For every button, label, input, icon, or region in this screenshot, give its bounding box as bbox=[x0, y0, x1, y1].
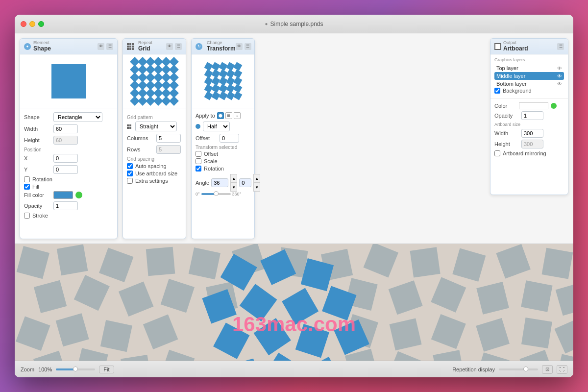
transform-cell bbox=[219, 92, 227, 100]
angle-slider[interactable] bbox=[201, 193, 231, 195]
transform-panel-menu[interactable]: ☰ bbox=[245, 43, 251, 50]
t-offset-checkbox[interactable] bbox=[196, 151, 201, 157]
grid-panel-label: Repeat bbox=[138, 41, 152, 45]
height-input[interactable] bbox=[53, 136, 78, 145]
angle-down-btn[interactable]: ▼ bbox=[230, 183, 237, 192]
maximize-button[interactable] bbox=[38, 21, 44, 27]
shape-panel-menu[interactable]: ☰ bbox=[106, 43, 113, 50]
shape-bg bbox=[388, 351, 423, 361]
shape-blue bbox=[305, 357, 341, 361]
angle-input[interactable] bbox=[211, 178, 228, 187]
ab-width-input[interactable] bbox=[521, 129, 543, 138]
mirroring-checkbox[interactable] bbox=[494, 150, 500, 156]
t-rotation-checkbox[interactable] bbox=[196, 166, 201, 172]
rotation-checkbox[interactable] bbox=[24, 176, 30, 182]
shape-panel-eye[interactable]: 👁 bbox=[98, 43, 104, 50]
shape-bg bbox=[556, 354, 573, 361]
shape-bg bbox=[431, 314, 466, 349]
apply-single-icon[interactable]: ▪ bbox=[234, 112, 241, 119]
shape-bg bbox=[100, 320, 132, 352]
layer3-eye[interactable]: 👁 bbox=[557, 81, 562, 87]
apply-to-label: Apply to bbox=[196, 113, 215, 119]
layer-row-middle[interactable]: Middle layer 👁 bbox=[494, 72, 564, 80]
offset-input[interactable] bbox=[220, 134, 239, 143]
zoom-slider-thumb[interactable] bbox=[73, 367, 78, 371]
transform-panel-icon: ↻ bbox=[196, 43, 202, 50]
shape-panel-icon: ● bbox=[24, 43, 31, 50]
fill-color-row: Fill color bbox=[24, 191, 113, 199]
view-full-btn[interactable]: ⛶ bbox=[557, 365, 567, 374]
ab-color-add[interactable] bbox=[551, 103, 557, 109]
transform-cell bbox=[204, 70, 213, 78]
grid-panel-eye[interactable]: 👁 bbox=[166, 43, 173, 50]
shape-bg bbox=[363, 244, 398, 277]
bottom-right: Repetition display ⊡ ⛶ bbox=[452, 365, 567, 374]
fill-color-swatch[interactable] bbox=[53, 191, 73, 199]
zoom-slider[interactable] bbox=[56, 368, 95, 370]
apply-select[interactable]: Half bbox=[203, 122, 230, 131]
x-input[interactable] bbox=[53, 154, 78, 163]
height-label: Height bbox=[24, 137, 51, 143]
offset-row: Offset bbox=[196, 134, 250, 143]
artboard-menu[interactable]: ☰ bbox=[557, 43, 564, 50]
layer2-name: Middle layer bbox=[496, 73, 525, 79]
ab-height-row: Height bbox=[494, 140, 564, 148]
opacity-input[interactable] bbox=[53, 201, 78, 210]
stroke-checkbox[interactable] bbox=[24, 213, 30, 219]
transform-panel-eye[interactable]: 👁 bbox=[236, 43, 243, 50]
fill-checkbox[interactable] bbox=[24, 184, 30, 190]
ab-opacity-input[interactable] bbox=[521, 111, 543, 120]
angle-step-up-btn[interactable]: ▲ bbox=[253, 174, 260, 183]
main-content: ● Element Shape 👁 ☰ bbox=[15, 33, 573, 377]
layer-row-top[interactable]: Top layer 👁 bbox=[494, 64, 564, 72]
grid-cell bbox=[169, 96, 179, 106]
y-field-row: Y bbox=[24, 165, 113, 174]
width-input[interactable] bbox=[53, 124, 78, 133]
ab-color-swatch[interactable] bbox=[519, 102, 548, 109]
shape-rect-preview bbox=[51, 64, 86, 98]
grid-pattern-select[interactable]: Straight bbox=[135, 122, 177, 131]
auto-spacing-checkbox[interactable] bbox=[127, 163, 133, 169]
shape-bg bbox=[521, 280, 552, 312]
y-input[interactable] bbox=[53, 165, 78, 174]
angle-step-input[interactable] bbox=[239, 178, 251, 187]
shape-bg bbox=[74, 275, 110, 311]
rows-input[interactable] bbox=[156, 145, 181, 154]
rep-slider-thumb[interactable] bbox=[523, 367, 528, 371]
layer1-eye[interactable]: 👁 bbox=[557, 66, 562, 71]
artboard-size-label: Artboard size bbox=[494, 122, 564, 127]
apply-grid-icon[interactable]: ▦ bbox=[225, 112, 232, 119]
opacity-label: Opacity bbox=[24, 203, 51, 209]
shape-fields: Shape Rectangle Width Height Position bbox=[20, 108, 117, 224]
background-row: Background bbox=[494, 88, 564, 94]
transform-cell bbox=[204, 92, 213, 100]
apply-all-icon[interactable]: ⬤ bbox=[217, 112, 224, 119]
shape-select[interactable]: Rectangle bbox=[53, 112, 102, 122]
shape-panel-label: Element bbox=[33, 41, 51, 45]
columns-input[interactable] bbox=[156, 134, 181, 143]
angle-step-down-btn[interactable]: ▼ bbox=[253, 183, 260, 192]
close-button[interactable] bbox=[21, 21, 26, 27]
use-artboard-checkbox[interactable] bbox=[127, 171, 133, 176]
fill-color-add[interactable] bbox=[75, 192, 82, 198]
angle-slider-thumb[interactable] bbox=[214, 191, 219, 196]
extra-settings-checkbox[interactable] bbox=[127, 178, 133, 184]
canvas-area[interactable]: 163mac.com bbox=[15, 244, 573, 361]
apply-radio[interactable] bbox=[196, 124, 200, 129]
background-checkbox[interactable] bbox=[494, 88, 500, 94]
shape-bg bbox=[57, 245, 88, 276]
t-scale-checkbox[interactable] bbox=[196, 158, 201, 164]
shape-bg bbox=[521, 318, 552, 348]
fit-button[interactable]: Fit bbox=[99, 366, 114, 373]
ab-height-input[interactable] bbox=[521, 140, 543, 148]
grid-panel-controls: 👁 ☰ bbox=[166, 43, 182, 50]
layer-row-bottom[interactable]: Bottom layer 👁 bbox=[494, 80, 564, 88]
shape-panel-title: Shape bbox=[33, 45, 51, 52]
view-single-btn[interactable]: ⊡ bbox=[542, 365, 553, 374]
layer2-eye[interactable]: 👁 bbox=[557, 74, 562, 79]
rep-display-slider[interactable] bbox=[499, 368, 538, 370]
angle-up-btn[interactable]: ▲ bbox=[230, 174, 237, 183]
transform-fields: Apply to ⬤ ▦ ▪ Half Off bbox=[192, 108, 254, 200]
minimize-button[interactable] bbox=[29, 21, 35, 27]
grid-panel-menu[interactable]: ☰ bbox=[175, 43, 182, 50]
